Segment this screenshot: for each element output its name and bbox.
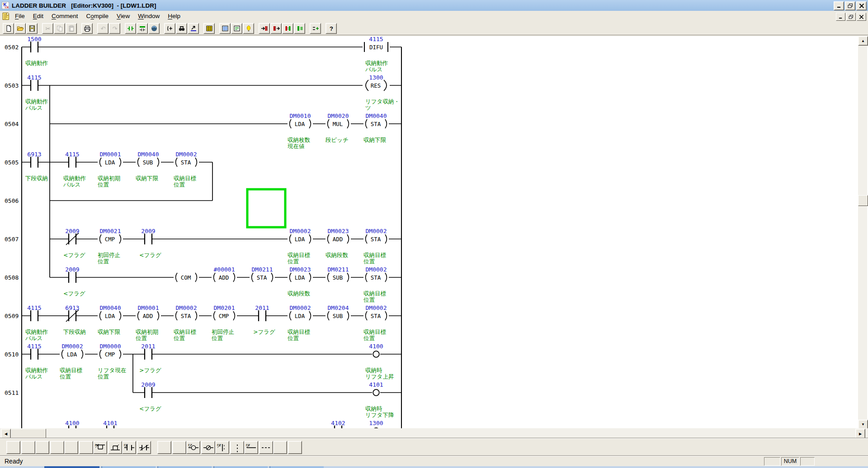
scroll-down-button[interactable]: ▼ [858,420,868,429]
fkey-blank-button[interactable] [35,441,49,454]
svg-text:位置: 位置 [136,335,147,342]
title-bar: K LB LADDER BUILDER [Editor:KV300] - [LD… [0,0,868,11]
svg-text:STA: STA [257,274,267,281]
minimize-button[interactable] [834,1,844,10]
menu-comment[interactable]: Comment [47,11,82,22]
mdi-minimize-button[interactable] [836,13,845,21]
f8-button[interactable]: F8 [215,441,229,454]
open-file-button[interactable] [14,23,26,34]
f4-button[interactable]: F4 [93,441,107,454]
scroll-up-button[interactable]: ▲ [858,36,868,46]
register-monitor-button[interactable] [203,23,215,34]
svg-text:DM0040: DM0040 [366,112,387,119]
insert-branch-button[interactable] [164,23,175,34]
scroll-right-button[interactable]: ▶ [855,429,865,439]
svg-text:4100: 4100 [369,343,383,350]
svg-text:0509: 0509 [5,313,19,319]
restore-button[interactable] [845,1,855,10]
svg-text:DM0001: DM0001 [100,151,121,158]
ladder-editor-area[interactable]: 05021500収納動作DIFU4115収納動作パルス05034115収納動作パ… [0,36,868,428]
fkey-blank-button[interactable] [288,441,302,454]
toolbar-group [125,23,160,34]
vertical-scrollbar[interactable]: ▲ ▼ [858,36,867,428]
print-button[interactable] [81,23,93,34]
device-monitor-button[interactable] [219,23,231,34]
menu-file[interactable]: File [11,11,29,22]
copy-button[interactable] [54,23,65,34]
redo-button[interactable]: ↷ [109,23,120,34]
save-file-button[interactable] [26,23,38,34]
svg-text:DM0002: DM0002 [290,304,311,311]
fkey-blank-button[interactable] [157,441,171,454]
f9-shift-button[interactable] [259,441,273,454]
svg-text:MUL: MUL [333,121,343,127]
f7-shift-button[interactable] [201,441,215,454]
fkey-blank-button[interactable] [50,441,64,454]
selection-cursor[interactable] [247,189,285,227]
menu-edit[interactable]: Edit [29,11,47,22]
svg-text:収納目標: 収納目標 [288,328,311,335]
vertical-scroll-thumb[interactable] [858,195,868,206]
svg-text:4115: 4115 [27,304,41,311]
svg-text:下段収納: 下段収納 [63,328,86,335]
fkey-blank-button[interactable] [79,441,93,454]
fkey-blank-button[interactable] [21,441,35,454]
fkey-blank-button[interactable] [172,441,186,454]
f5-shift-button[interactable] [137,441,151,454]
fkey-blank-button[interactable] [6,441,20,454]
svg-text:LDA: LDA [295,274,305,281]
transfer-to-plc-button[interactable] [259,23,270,34]
f5-icon: F5 [123,443,135,452]
symbol-no-contact-button[interactable] [125,23,136,34]
svg-text:パルス: パルス [25,335,42,342]
horizontal-scroll-thumb[interactable] [11,429,46,439]
f8-shift-button[interactable] [230,441,244,454]
fkey-pair [157,441,187,454]
f9-button[interactable]: F9 [244,441,258,454]
undo-button[interactable]: ↶ [97,23,108,34]
symbol-out-coil-button[interactable] [137,23,148,34]
new-document-button[interactable] [3,23,14,34]
taskbar-button-edge [101,466,156,468]
help-button[interactable]: ? [326,23,337,34]
jump-button[interactable] [188,23,199,34]
paste-button[interactable] [66,23,77,34]
svg-text:SUB: SUB [333,274,343,281]
svg-text:?: ? [330,25,333,32]
monitor-button[interactable] [148,23,160,34]
fkey-blank-button[interactable] [273,441,287,454]
cut-button[interactable]: ✂ [42,23,53,34]
horizontal-scrollbar[interactable]: ◀ ▶ [0,428,868,438]
toolbar-group [310,23,321,34]
toolbar-group [219,23,255,34]
f5-button[interactable]: F5 [122,441,136,454]
verify-program-button[interactable] [282,23,293,34]
svg-text:<フラグ: <フラグ [63,252,85,258]
scroll-left-button[interactable]: ◀ [1,429,11,439]
mdi-close-button[interactable] [857,13,866,21]
find-button[interactable] [176,23,187,34]
run-monitor-button[interactable] [294,23,305,34]
f4-shift-button[interactable] [108,441,122,454]
svg-text:LDA: LDA [105,313,115,319]
transfer-from-plc-button[interactable] [270,23,282,34]
svg-text:STA: STA [371,121,381,127]
ladder-diagram[interactable]: 05021500収納動作DIFU4115収納動作パルス05034115収納動作パ… [0,36,857,428]
f7-button[interactable]: F7 [186,441,200,454]
mdi-restore-button[interactable] [846,13,856,21]
menu-compile[interactable]: Compile [82,11,113,22]
svg-text:0511: 0511 [5,389,19,396]
f9-icon: F9 [245,443,257,452]
menu-view[interactable]: View [113,11,134,22]
menu-window[interactable]: Window [134,11,164,22]
svg-text:収納時: 収納時 [365,367,382,374]
fkey-pair: F7 [186,441,216,454]
menu-help[interactable]: Help [164,11,184,22]
device-comment-button[interactable] [231,23,242,34]
compare-program-button[interactable] [310,23,321,34]
close-button[interactable] [856,1,867,10]
svg-text:位置: 位置 [363,296,375,303]
insert-branch-icon [166,25,174,32]
fkey-blank-button[interactable] [64,441,78,454]
change-lamp-button[interactable] [243,23,254,34]
